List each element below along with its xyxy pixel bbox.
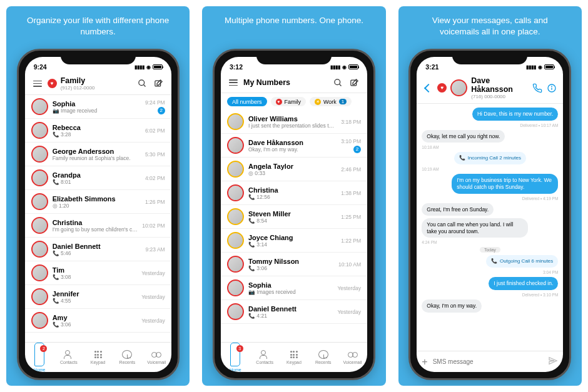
conversation-row[interactable]: George AnderssonFamily reunion at Sophia… (25, 143, 171, 166)
search-button[interactable] (332, 76, 345, 89)
tab-keypad[interactable]: Keypad (83, 343, 113, 372)
tab-contacts[interactable]: Contacts (250, 343, 280, 372)
message-input[interactable] (433, 358, 544, 365)
tab-label: Home (230, 368, 241, 372)
tab-keypad[interactable]: Keypad (280, 343, 309, 372)
chip-count: 1 (339, 99, 347, 104)
phone-icon: 📞 (459, 155, 465, 161)
filter-chip[interactable]: ♥Family (271, 97, 307, 106)
message-incoming: Okay, let me call you right now. (422, 130, 505, 143)
chip-label: Work (323, 99, 337, 105)
conversation-row[interactable]: Elizabeth Simmons◎ 1:201:26 PM (25, 190, 171, 214)
row-preview: 📞 3:06 (248, 265, 334, 271)
conversation-row[interactable]: Joyce Chiang📞 3:141:22 PM (221, 229, 367, 253)
filter-chip[interactable]: All numbers (227, 97, 267, 106)
line-badge-family[interactable]: ♥ (48, 79, 57, 88)
conversation-row[interactable]: Jennifer📞 4:55Yesterday (25, 285, 171, 309)
wifi-icon: ◉ (146, 64, 151, 70)
tab-recents[interactable]: Recents (113, 343, 142, 372)
compose-button[interactable] (153, 78, 165, 90)
contacts-icon (260, 350, 270, 359)
chip-label: Family (285, 99, 302, 105)
conversation-row[interactable]: Grandpa📞 8:014:02 PM (25, 166, 171, 190)
row-preview: 📞 8:54 (248, 218, 337, 224)
row-time: Yesterday (141, 318, 165, 324)
conversation-row[interactable]: Daniel Bennett📞 5:469:23 AM (25, 238, 171, 261)
conversation-row[interactable]: Amy📞 3:06Yesterday (25, 309, 171, 333)
message-outgoing: I just finished checked in. (489, 277, 558, 290)
row-preview: Okay, I'm on my way. (248, 146, 337, 153)
compose-button[interactable] (348, 76, 361, 89)
tab-voicemail[interactable]: Voicemail (338, 343, 367, 372)
conversation-row[interactable]: Christina📞 12:561:38 PM (221, 181, 367, 205)
row-preview: I'm going to buy some children's cloth a… (53, 226, 138, 233)
panel-caption: Multiple phone numbers. One phone. (217, 15, 371, 43)
info-button[interactable] (546, 82, 557, 94)
vm-icon (348, 350, 358, 359)
row-preview: ◎ 1:20 (53, 203, 141, 209)
avatar (227, 137, 244, 154)
row-meta: 6:02 PM (145, 128, 165, 134)
signal-icon: ▮▮▮▮ (330, 64, 340, 70)
row-main: Tommy Nilsson📞 3:06 (248, 258, 334, 271)
avatar (227, 184, 244, 201)
chip-label: All numbers (232, 99, 262, 105)
tab-recents[interactable]: Recents (308, 343, 338, 372)
conversation-row[interactable]: Oliver WilliamsI just sent the presentat… (221, 110, 367, 134)
row-meta: 3:18 PM (341, 119, 361, 125)
row-preview: 📷 Image received (53, 108, 141, 114)
conversation-row[interactable]: Sophia📷 Images receivedYesterday (221, 276, 367, 300)
row-name: Dave Håkansson (248, 139, 337, 146)
menu-button[interactable] (31, 78, 44, 90)
tab-home[interactable]: Home2 (25, 343, 54, 372)
row-name: Joyce Chiang (248, 234, 337, 241)
call-record: 📞Outgoing Call 6 minutes (486, 255, 558, 268)
filter-chip[interactable]: ☀Work1 (310, 97, 352, 106)
chat-thread[interactable]: Hi Dave, this is my new number.Delivered… (417, 104, 563, 351)
back-button[interactable] (423, 82, 433, 94)
send-button[interactable] (548, 356, 558, 368)
conversation-row[interactable]: Steven Miller📞 8:541:25 PM (221, 205, 367, 229)
conversation-list[interactable]: Oliver WilliamsI just sent the presentat… (221, 110, 367, 342)
phone-notch (61, 51, 136, 64)
tab-bar: Home2ContactsKeypadRecentsVoicemail (25, 342, 171, 372)
tab-home[interactable]: Home3 (221, 343, 250, 372)
tab-label: Home (34, 368, 46, 372)
conversation-row[interactable]: Angela Taylor◎ 0:332:46 PM (221, 158, 367, 181)
row-name: Christina (248, 186, 337, 194)
line-badge-family: ♥ (437, 83, 447, 93)
battery-icon (348, 64, 358, 69)
avatar (31, 288, 48, 305)
unread-badge: 2 (353, 146, 361, 153)
conversation-row[interactable]: Sophia📷 Image received9:24 PM2 (25, 95, 171, 119)
avatar (227, 232, 244, 249)
conversation-row[interactable]: ChristinaI'm going to buy some children'… (25, 214, 171, 238)
row-time: 10:02 PM (142, 223, 165, 229)
search-button[interactable] (136, 78, 149, 90)
message-input-bar: + (417, 351, 563, 372)
conversation-row[interactable]: Daniel Bennett📞 4:21Yesterday (221, 300, 367, 324)
conversation-list[interactable]: Sophia📷 Image received9:24 PM2Rebecca📞 3… (25, 95, 171, 342)
conversation-row[interactable]: Tim📞 3:08Yesterday (25, 261, 171, 285)
chip-dot-icon: ♥ (276, 99, 282, 105)
conversation-row[interactable]: Dave HåkanssonOkay, I'm on my way.3:10 P… (221, 134, 367, 158)
unread-badge: 2 (158, 107, 165, 114)
call-record: 📞Incoming Call 2 minutes (454, 152, 526, 164)
menu-button[interactable] (227, 76, 240, 89)
row-meta: 9:23 AM (145, 246, 165, 253)
row-time: Yesterday (337, 309, 361, 315)
signal-icon: ▮▮▮▮ (134, 64, 144, 70)
conversation-row[interactable]: Tommy Nilsson📞 3:0610:10 AM (221, 253, 367, 276)
row-preview: I just sent the presentation slides to y… (248, 123, 337, 129)
conversation-row[interactable]: Rebecca📞 3:286:02 PM (25, 119, 171, 143)
attach-button[interactable]: + (422, 356, 427, 368)
call-button[interactable] (532, 82, 542, 94)
tab-contacts[interactable]: Contacts (54, 343, 83, 372)
phone-notch (452, 51, 527, 64)
tab-voicemail[interactable]: Voicemail (142, 343, 171, 372)
phone-icon: 📞 (491, 258, 497, 264)
contact-avatar[interactable] (450, 79, 467, 96)
avatar (227, 279, 244, 296)
svg-point-0 (139, 80, 144, 86)
promo-panel-1: Organize your life with different phone … (6, 6, 190, 386)
